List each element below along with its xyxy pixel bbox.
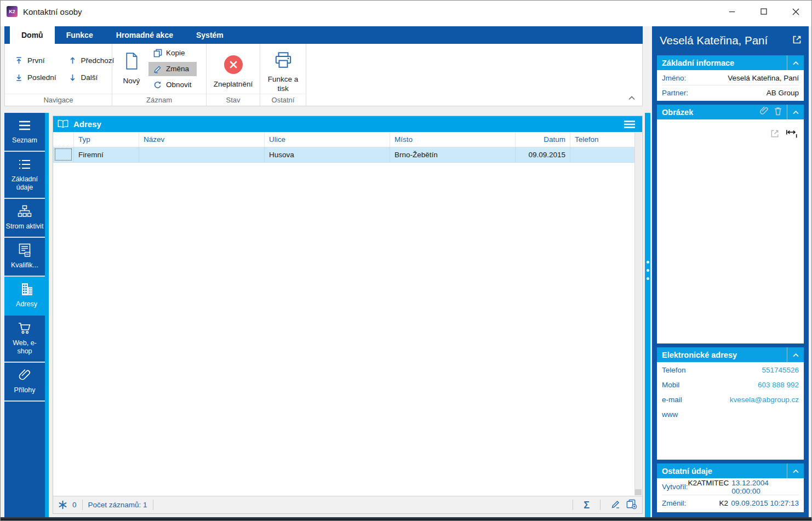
sidebar-item-label: Web, e-shop: [5, 339, 44, 356]
sidebar-item-seznam[interactable]: Seznam: [4, 113, 45, 152]
tab-hromadne-akce[interactable]: Hromadné akce: [105, 26, 185, 44]
section-other-data: Ostatní údaje Vytvořil: K2ATMITEC 13.12.…: [657, 463, 804, 512]
external-link-icon: [770, 129, 780, 139]
header-typ[interactable]: Typ: [74, 132, 139, 147]
hamburger-icon: [623, 120, 636, 129]
first-record-label: První: [27, 56, 45, 65]
sidebar-item-label: Přílohy: [14, 386, 36, 394]
app-window: K2 Kontaktní osoby Domů Funkce Hromadné …: [0, 0, 812, 521]
row-selection-marker: [55, 148, 72, 161]
cell-nazev[interactable]: [139, 147, 265, 162]
detail-panel: Veselá Kateřina, Paní Základní informace…: [652, 26, 809, 517]
attach-picture-button[interactable]: [759, 106, 769, 118]
header-misto[interactable]: Místo: [390, 132, 516, 147]
grid-menu-button[interactable]: [623, 120, 638, 129]
field-value[interactable]: 551745526: [762, 366, 799, 374]
add-view-button[interactable]: [626, 499, 637, 511]
field-label: Partner:: [662, 89, 688, 97]
arrow-down-icon: [68, 73, 77, 82]
flag-count: 0: [72, 501, 77, 509]
trash-icon: [774, 107, 782, 116]
ribbon-group-stav: Zneplatnění Stav: [207, 44, 260, 106]
sidebar-item-label: Seznam: [12, 136, 37, 145]
ribbon-group-ostatni: Funkce a tisk Ostatní: [260, 44, 306, 106]
sidebar-item-strom-aktivit[interactable]: Strom aktivit: [4, 199, 45, 238]
field-label: e-mail: [662, 396, 682, 404]
functions-print-label: Funkce a tisk: [262, 75, 305, 93]
row-selector-cell[interactable]: [53, 147, 74, 162]
collapse-ribbon-button[interactable]: [628, 93, 636, 102]
tab-system[interactable]: Systém: [185, 26, 235, 44]
collapse-section-button[interactable]: [787, 105, 804, 119]
cell-typ[interactable]: Firemní: [74, 147, 139, 162]
close-button[interactable]: [780, 1, 811, 22]
scrollbar-end-box[interactable]: [635, 489, 642, 495]
grid-empty-area: [53, 163, 642, 496]
field-value[interactable]: kvesela@abgroup.cz: [730, 396, 799, 404]
certificate-icon: [18, 243, 31, 257]
invalidate-button[interactable]: Zneplatnění: [208, 49, 259, 89]
tree-icon: [18, 204, 32, 219]
section-header[interactable]: Obrázek: [657, 105, 804, 119]
section-title: Elektronické adresy: [662, 351, 787, 359]
cell-telefon[interactable]: [570, 147, 635, 162]
section-header[interactable]: Základní informace: [657, 55, 804, 70]
sidebar-item-zakladni-udaje[interactable]: Základní údaje: [4, 152, 45, 199]
book-icon: [57, 119, 69, 129]
arrow-up-icon: [68, 56, 77, 65]
sum-button[interactable]: Σ: [584, 500, 590, 510]
refresh-record-button[interactable]: Obnovit: [148, 78, 197, 92]
tab-domu[interactable]: Domů: [10, 26, 55, 44]
open-picture-button[interactable]: [770, 129, 780, 141]
collapse-section-button[interactable]: [787, 347, 804, 362]
minimize-button[interactable]: [716, 1, 748, 22]
first-record-button[interactable]: První: [13, 53, 59, 67]
vertical-scrollbar[interactable]: [634, 133, 642, 495]
panel-splitter[interactable]: [645, 113, 650, 517]
record-count: Počet záznamů: 1: [88, 501, 147, 509]
delete-picture-button[interactable]: [774, 107, 782, 118]
field-mobil: Mobil 603 888 992: [662, 377, 799, 392]
sidebar-item-adresy[interactable]: Adresy: [4, 277, 49, 316]
changed-timestamp: 09.09.2015 10:27:13: [731, 499, 799, 507]
separator: [82, 500, 83, 510]
header-nazev[interactable]: Název: [139, 132, 265, 147]
pencil-icon: [153, 65, 162, 73]
cell-ulice[interactable]: Husova: [265, 147, 390, 162]
grid-title-bar: Adresy: [53, 116, 642, 132]
header-ulice[interactable]: Ulice: [265, 132, 390, 147]
sidebar-item-kvalifikace[interactable]: Kvalifik...: [4, 238, 45, 277]
field-label: Mobil: [662, 381, 679, 389]
section-header[interactable]: Ostatní údaje: [657, 463, 804, 478]
header-datum[interactable]: Datum: [516, 132, 570, 147]
open-detail-button[interactable]: [792, 35, 802, 47]
change-record-label: Změna: [166, 65, 189, 73]
field-value[interactable]: 603 888 992: [758, 381, 799, 389]
paperclip-icon: [759, 106, 769, 116]
sidebar-item-web-eshop[interactable]: Web, e-shop: [4, 316, 45, 363]
menu-icon: [18, 118, 32, 133]
next-record-button[interactable]: Další: [66, 70, 117, 84]
close-icon: [792, 8, 799, 15]
copy-record-button[interactable]: Kopie: [148, 46, 197, 60]
refresh-record-label: Obnovit: [166, 81, 192, 89]
field-zmenil: Změnil: K2 09.09.2015 10:27:13: [662, 495, 799, 512]
cell-misto[interactable]: Brno-Žebětín: [390, 147, 516, 162]
last-record-button[interactable]: Poslední: [13, 70, 59, 84]
change-record-button[interactable]: Změna: [148, 62, 197, 76]
functions-print-button[interactable]: Funkce a tisk: [262, 44, 305, 93]
new-record-button[interactable]: Nový: [115, 46, 148, 92]
tab-funkce[interactable]: Funkce: [55, 26, 105, 44]
quick-edit-button[interactable]: [611, 499, 621, 511]
collapse-section-button[interactable]: [787, 463, 804, 478]
header-telefon[interactable]: Telefon: [570, 132, 635, 147]
sidebar-item-label: Základní údaje: [5, 175, 44, 192]
section-header[interactable]: Elektronické adresy: [657, 347, 804, 362]
fit-width-button[interactable]: [786, 129, 798, 141]
previous-record-button[interactable]: Předchozí: [66, 53, 117, 67]
sidebar-item-prilohy[interactable]: Přílohy: [4, 363, 45, 402]
maximize-button[interactable]: [748, 1, 780, 22]
collapse-section-button[interactable]: [787, 55, 804, 70]
cell-datum[interactable]: 09.09.2015: [516, 147, 570, 162]
table-row[interactable]: Firemní Husova Brno-Žebětín 09.09.2015: [53, 147, 635, 163]
